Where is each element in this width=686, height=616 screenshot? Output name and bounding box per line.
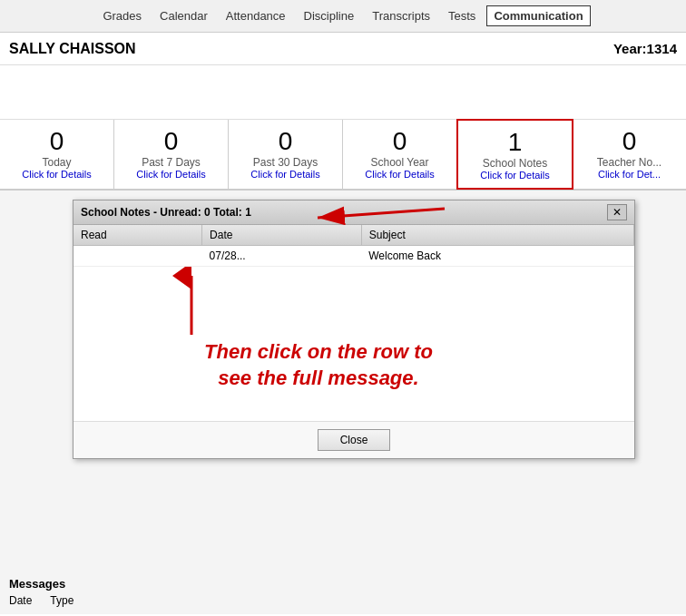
stat-past30-label: Past 30 Days xyxy=(232,156,338,169)
arrow-to-row xyxy=(164,267,219,339)
stat-schoolnotes-number: 1 xyxy=(462,128,568,157)
stat-teacherno-number: 0 xyxy=(576,127,682,156)
stat-today-link[interactable]: Click for Details xyxy=(4,169,110,180)
messages-label: Messages xyxy=(9,577,677,591)
bottom-area: Messages Date Type xyxy=(0,570,686,614)
cell-date: 07/28... xyxy=(202,246,362,267)
nav-grades[interactable]: Grades xyxy=(95,5,149,26)
student-header: SALLY CHAISSON Year:1314 xyxy=(0,33,686,65)
cell-read xyxy=(74,246,202,267)
stat-schoolnotes-label: School Notes xyxy=(462,157,568,170)
top-navigation: Grades Calendar Attendance Discipline Tr… xyxy=(0,0,686,33)
stat-teacherno-link[interactable]: Click for Det... xyxy=(576,169,682,180)
col-read: Read xyxy=(74,225,202,246)
nav-transcripts[interactable]: Transcripts xyxy=(365,5,437,26)
nav-communication[interactable]: Communication xyxy=(486,5,590,26)
nav-calendar[interactable]: Calendar xyxy=(152,5,215,26)
stat-schoolnotes[interactable]: 1 School Notes Click for Details xyxy=(456,119,573,190)
stats-bar: 0 Today Click for Details 0 Past 7 Days … xyxy=(0,120,686,191)
stat-schoolnotes-link[interactable]: Click for Details xyxy=(462,170,568,181)
student-name: SALLY CHAISSON xyxy=(9,41,136,57)
col-date-label: Date xyxy=(9,594,32,607)
messages-columns: Date Type xyxy=(9,594,677,607)
modal-title: School Notes - Unread: 0 Total: 1 xyxy=(81,206,251,219)
nav-tests[interactable]: Tests xyxy=(441,5,483,26)
stat-schoolyear-link[interactable]: Click for Details xyxy=(347,169,453,180)
modal-close-button[interactable]: ✕ xyxy=(607,204,627,220)
stat-past7-label: Past 7 Days xyxy=(118,156,224,169)
stat-today-number: 0 xyxy=(4,127,110,156)
nav-discipline[interactable]: Discipline xyxy=(297,5,362,26)
stat-teacherno[interactable]: 0 Teacher No... Click for Det... xyxy=(573,120,686,189)
stat-past30-number: 0 xyxy=(232,127,338,156)
stat-schoolyear[interactable]: 0 School Year Click for Details xyxy=(343,120,457,189)
table-row[interactable]: 07/28... Welcome Back xyxy=(74,246,634,267)
annotation-text: Then click on the row tosee the full mes… xyxy=(173,339,464,391)
cell-subject: Welcome Back xyxy=(361,246,633,267)
modal-footer: Close xyxy=(74,421,634,458)
stat-schoolyear-label: School Year xyxy=(347,156,453,169)
nav-attendance[interactable]: Attendance xyxy=(219,5,293,26)
stat-past7-link[interactable]: Click for Details xyxy=(118,169,224,180)
spacer-area xyxy=(0,65,686,120)
school-year: Year:1314 xyxy=(613,41,677,56)
stat-past30[interactable]: 0 Past 30 Days Click for Details xyxy=(229,120,343,189)
stat-today-label: Today xyxy=(4,156,110,169)
arrow-to-modal xyxy=(299,191,463,236)
stat-past7[interactable]: 0 Past 7 Days Click for Details xyxy=(114,120,229,189)
stat-past7-number: 0 xyxy=(118,127,224,156)
svg-line-1 xyxy=(318,209,445,218)
school-notes-modal: School Notes - Unread: 0 Total: 1 ✕ Read… xyxy=(73,200,635,459)
stat-teacherno-label: Teacher No... xyxy=(576,156,682,169)
col-type-label: Type xyxy=(50,594,74,607)
main-content: School Notes - Unread: 0 Total: 1 ✕ Read… xyxy=(0,191,686,614)
stat-today[interactable]: 0 Today Click for Details xyxy=(0,120,114,189)
stat-schoolyear-number: 0 xyxy=(347,127,453,156)
close-button[interactable]: Close xyxy=(318,429,391,451)
stat-past30-link[interactable]: Click for Details xyxy=(232,169,338,180)
